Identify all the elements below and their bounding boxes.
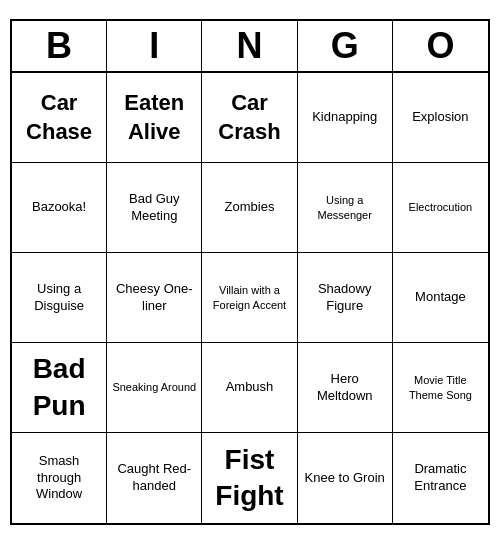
cell-text: Kidnapping	[312, 109, 377, 126]
bingo-cell[interactable]: Ambush	[202, 343, 297, 433]
bingo-cell[interactable]: Explosion	[393, 73, 488, 163]
cell-text: Caught Red-handed	[111, 461, 197, 495]
bingo-cell[interactable]: Montage	[393, 253, 488, 343]
bingo-cell[interactable]: Dramatic Entrance	[393, 433, 488, 523]
bingo-cell[interactable]: Kidnapping	[298, 73, 393, 163]
bingo-cell[interactable]: Villain with a Foreign Accent	[202, 253, 297, 343]
cell-text: Electrocution	[409, 200, 473, 214]
bingo-cell[interactable]: Shadowy Figure	[298, 253, 393, 343]
cell-text: Bad Guy Meeting	[111, 191, 197, 225]
cell-text: Using a Messenger	[302, 193, 388, 222]
bingo-cell[interactable]: Electrocution	[393, 163, 488, 253]
cell-text: Using a Disguise	[16, 281, 102, 315]
bingo-grid: Car ChaseEaten AliveCar CrashKidnappingE…	[12, 73, 488, 523]
cell-text: Car Chase	[16, 89, 102, 146]
bingo-cell[interactable]: Caught Red-handed	[107, 433, 202, 523]
cell-text: Smash through Window	[16, 453, 102, 504]
bingo-cell[interactable]: Bazooka!	[12, 163, 107, 253]
bingo-cell[interactable]: Bad Pun	[12, 343, 107, 433]
cell-text: Car Crash	[206, 89, 292, 146]
bingo-header: BINGO	[12, 21, 488, 73]
cell-text: Montage	[415, 289, 466, 306]
bingo-cell[interactable]: Zombies	[202, 163, 297, 253]
cell-text: Movie Title Theme Song	[397, 373, 484, 402]
bingo-cell[interactable]: Hero Meltdown	[298, 343, 393, 433]
bingo-cell[interactable]: Movie Title Theme Song	[393, 343, 488, 433]
header-letter: B	[12, 21, 107, 71]
cell-text: Shadowy Figure	[302, 281, 388, 315]
cell-text: Bad Pun	[16, 351, 102, 424]
cell-text: Dramatic Entrance	[397, 461, 484, 495]
cell-text: Cheesy One-liner	[111, 281, 197, 315]
bingo-cell[interactable]: Using a Disguise	[12, 253, 107, 343]
cell-text: Ambush	[226, 379, 274, 396]
cell-text: Villain with a Foreign Accent	[206, 283, 292, 312]
bingo-cell[interactable]: Knee to Groin	[298, 433, 393, 523]
bingo-cell[interactable]: Bad Guy Meeting	[107, 163, 202, 253]
cell-text: Eaten Alive	[111, 89, 197, 146]
bingo-cell[interactable]: Sneaking Around	[107, 343, 202, 433]
cell-text: Zombies	[225, 199, 275, 216]
cell-text: Explosion	[412, 109, 468, 126]
cell-text: Fist Fight	[206, 442, 292, 515]
bingo-cell[interactable]: Car Chase	[12, 73, 107, 163]
header-letter: O	[393, 21, 488, 71]
bingo-card: BINGO Car ChaseEaten AliveCar CrashKidna…	[10, 19, 490, 525]
cell-text: Sneaking Around	[112, 380, 196, 394]
header-letter: N	[202, 21, 297, 71]
cell-text: Knee to Groin	[305, 470, 385, 487]
cell-text: Hero Meltdown	[302, 371, 388, 405]
header-letter: G	[298, 21, 393, 71]
bingo-cell[interactable]: Car Crash	[202, 73, 297, 163]
bingo-cell[interactable]: Fist Fight	[202, 433, 297, 523]
bingo-cell[interactable]: Cheesy One-liner	[107, 253, 202, 343]
bingo-cell[interactable]: Using a Messenger	[298, 163, 393, 253]
bingo-cell[interactable]: Smash through Window	[12, 433, 107, 523]
header-letter: I	[107, 21, 202, 71]
cell-text: Bazooka!	[32, 199, 86, 216]
bingo-cell[interactable]: Eaten Alive	[107, 73, 202, 163]
